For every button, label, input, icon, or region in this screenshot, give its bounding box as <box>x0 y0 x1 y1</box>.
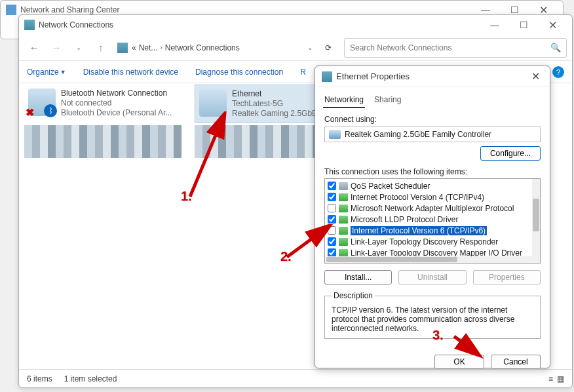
view-large-icon[interactable]: ▦ <box>557 374 564 383</box>
connection-name: Bluetooth Network Connection <box>61 88 172 98</box>
address-bar[interactable]: « Net... › Network Connections ⌄ <box>113 39 316 57</box>
obscured-item <box>24 125 182 158</box>
up-button[interactable]: ↑ <box>91 39 111 57</box>
description-label: Description <box>332 291 375 300</box>
item-checkbox[interactable] <box>328 204 336 212</box>
rename-button[interactable]: R <box>300 68 306 77</box>
breadcrumb-current[interactable]: Network Connections <box>165 43 240 52</box>
adapter-icon <box>329 130 341 139</box>
protocol-icon <box>339 216 348 224</box>
close-icon[interactable]: ✕ <box>527 70 543 83</box>
configure-button[interactable]: Configure... <box>480 146 541 161</box>
bluetooth-icon: ✖ ᛒ <box>28 88 56 116</box>
connection-status: TechLatest-5G <box>232 99 317 108</box>
tab-sharing[interactable]: Sharing <box>373 92 402 108</box>
item-label: Internet Protocol Version 4 (TCP/IPv4) <box>351 193 484 202</box>
history-dropdown[interactable]: ⌄ <box>69 39 88 57</box>
ethernet-icon <box>322 71 332 82</box>
install-button[interactable]: Install... <box>324 270 392 284</box>
item-label: Microsoft LLDP Protocol Driver <box>351 215 459 224</box>
location-icon <box>117 43 128 53</box>
item-label: Link-Layer Topology Discovery Responder <box>351 237 498 246</box>
search-input[interactable] <box>350 43 550 52</box>
item-checkbox[interactable] <box>328 226 336 235</box>
disable-device-button[interactable]: Disable this network device <box>83 68 178 77</box>
close-button[interactable]: ✕ <box>538 16 567 33</box>
item-checkbox[interactable] <box>328 182 336 190</box>
list-item[interactable]: Internet Protocol Version 6 (TCP/IPv6) <box>326 225 539 236</box>
ok-button[interactable]: OK <box>434 355 484 369</box>
chevron-right-icon: › <box>160 44 162 51</box>
properties-button: Properties <box>473 270 541 284</box>
breadcrumb-net[interactable]: Net... <box>139 43 158 52</box>
protocol-icon <box>339 205 348 212</box>
back-button[interactable]: ← <box>24 39 44 57</box>
bluetooth-badge-icon: ᛒ <box>44 104 57 117</box>
vertical-scrollbar[interactable] <box>532 179 540 263</box>
diagnose-button[interactable]: Diagnose this connection <box>195 68 283 77</box>
adapter-name: Realtek Gaming 2.5GbE Family Controller <box>345 130 491 139</box>
item-checkbox[interactable] <box>328 215 336 224</box>
connection-status: Not connected <box>61 98 172 108</box>
connect-using-label: Connect using: <box>324 115 541 124</box>
list-item[interactable]: Link-Layer Topology Discovery Responder <box>326 236 539 247</box>
protocol-icon <box>339 238 348 246</box>
item-checkbox[interactable] <box>328 193 336 201</box>
annotation-number-3: 3. <box>432 328 444 343</box>
connection-item-bluetooth[interactable]: ✖ ᛒ Bluetooth Network Connection Not con… <box>24 85 188 121</box>
connection-device: Bluetooth Device (Personal Ar... <box>61 108 172 117</box>
maximize-button[interactable]: ☐ <box>509 16 538 33</box>
app-icon <box>24 20 35 30</box>
help-icon[interactable]: ? <box>552 66 564 78</box>
cancel-button[interactable]: Cancel <box>491 355 541 369</box>
selection-count: 1 item selected <box>64 374 117 383</box>
protocol-icon <box>339 227 348 235</box>
list-item[interactable]: QoS Packet Scheduler <box>326 180 539 191</box>
horizontal-scrollbar[interactable] <box>325 256 532 263</box>
app-icon <box>6 5 16 15</box>
items-label: This connection uses the following items… <box>324 167 541 176</box>
connection-name: Ethernet <box>232 89 317 98</box>
item-label: QoS Packet Scheduler <box>351 182 430 191</box>
item-label: Internet Protocol Version 6 (TCP/IPv6) <box>351 226 487 235</box>
view-details-icon[interactable]: ≡ <box>548 374 553 383</box>
organize-menu[interactable]: Organize ▼ <box>27 68 66 77</box>
list-item[interactable]: Internet Protocol Version 4 (TCP/IPv4) <box>326 191 539 203</box>
uninstall-button: Uninstall <box>398 270 466 284</box>
item-label: Microsoft Network Adapter Multiplexor Pr… <box>351 204 514 213</box>
search-box[interactable]: 🔍 <box>344 38 567 58</box>
item-count: 6 items <box>27 374 52 383</box>
list-item[interactable]: Microsoft LLDP Protocol Driver <box>326 214 539 225</box>
search-icon[interactable]: 🔍 <box>550 43 561 52</box>
bg-window-title: Network and Sharing Center <box>20 5 471 14</box>
protocol-icon <box>339 193 348 201</box>
forward-button[interactable]: → <box>47 39 66 57</box>
ethernet-icon <box>199 89 227 117</box>
items-listbox[interactable]: QoS Packet SchedulerInternet Protocol Ve… <box>324 178 541 264</box>
obscured-item <box>195 125 332 158</box>
disconnected-icon: ✖ <box>26 106 34 119</box>
annotation-number-2: 2. <box>280 249 292 264</box>
protocol-icon <box>339 249 348 257</box>
ethernet-properties-dialog: Ethernet Properties ✕ Networking Sharing… <box>315 66 550 368</box>
refresh-button[interactable]: ⟳ <box>319 39 337 57</box>
connection-device: Realtek Gaming 2.5GbE <box>232 109 317 118</box>
list-item[interactable]: Microsoft Network Adapter Multiplexor Pr… <box>326 203 539 214</box>
annotation-number-1: 1. <box>181 189 192 204</box>
chevron-down-icon[interactable]: ⌄ <box>307 44 313 51</box>
window-title: Network Connections <box>39 20 480 29</box>
dialog-title: Ethernet Properties <box>336 71 527 81</box>
protocol-icon <box>339 182 348 190</box>
minimize-button[interactable]: — <box>480 16 509 33</box>
tab-networking[interactable]: Networking <box>323 92 365 108</box>
item-checkbox[interactable] <box>328 237 336 246</box>
